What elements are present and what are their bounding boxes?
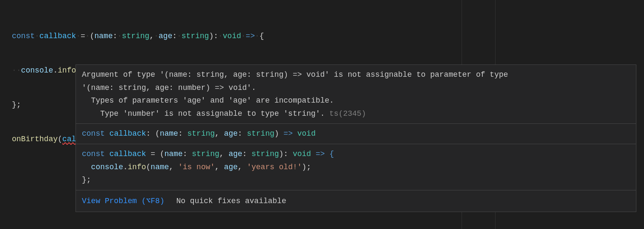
punctuation: }; bbox=[12, 101, 21, 109]
string-literal: 'is now' bbox=[178, 163, 215, 171]
object: console bbox=[21, 66, 53, 75]
type: string bbox=[182, 32, 209, 40]
error-text: Type 'number' is not assignable to type … bbox=[82, 109, 325, 118]
parameter: name bbox=[95, 32, 113, 40]
type: string bbox=[247, 129, 274, 138]
punctuation: , bbox=[238, 163, 247, 171]
type: string bbox=[122, 32, 149, 40]
punctuation: , bbox=[215, 163, 224, 171]
error-text: Argument of type '(name: string, age: st… bbox=[82, 70, 512, 79]
error-code: ts(2345) bbox=[325, 109, 366, 118]
definition-preview: const callback = (name: string, age: str… bbox=[76, 144, 636, 190]
space bbox=[105, 150, 109, 158]
punctuation: , bbox=[219, 150, 229, 158]
string-literal: 'years old!' bbox=[247, 163, 302, 171]
punctuation: ): bbox=[279, 150, 293, 158]
hover-tooltip[interactable]: Argument of type '(name: string, age: st… bbox=[76, 64, 636, 212]
punctuation: : bbox=[183, 150, 192, 158]
punctuation: ) bbox=[274, 129, 284, 138]
variable: callback bbox=[39, 32, 76, 40]
punctuation: ( bbox=[146, 163, 151, 171]
punctuation: : ( bbox=[146, 129, 160, 138]
punctuation: . bbox=[53, 66, 58, 75]
error-text: '(name: string, age: number) => void'. bbox=[82, 84, 256, 92]
punctuation: , bbox=[169, 163, 178, 171]
parameter: age bbox=[159, 32, 172, 40]
type-signature: const callback: (name: string, age: stri… bbox=[76, 124, 636, 144]
function-call: onBirthday bbox=[12, 135, 58, 143]
punctuation: . bbox=[123, 163, 128, 171]
object: console bbox=[91, 163, 123, 171]
punctuation: }; bbox=[82, 176, 91, 184]
type: void bbox=[293, 150, 311, 158]
indent bbox=[82, 163, 91, 171]
method: info bbox=[58, 66, 76, 75]
keyword: const bbox=[12, 32, 35, 40]
view-problem-link[interactable]: View Problem (⌥F8) bbox=[82, 195, 164, 208]
method: info bbox=[128, 163, 146, 171]
type: string bbox=[252, 150, 279, 158]
parameter: name bbox=[164, 150, 182, 158]
type: void bbox=[223, 32, 241, 40]
parameter: age bbox=[229, 150, 242, 158]
punctuation: : bbox=[242, 150, 252, 158]
keyword: const bbox=[82, 129, 105, 138]
punctuation: ); bbox=[302, 163, 311, 171]
hover-footer: View Problem (⌥F8) No quick fixes availa… bbox=[76, 190, 636, 212]
parameter: name bbox=[160, 129, 178, 138]
argument: name bbox=[151, 163, 169, 171]
error-text: Types of parameters 'age' and 'age' are … bbox=[82, 96, 334, 105]
type: void bbox=[297, 129, 316, 138]
type: string bbox=[192, 150, 219, 158]
no-quick-fixes-label: No quick fixes available bbox=[176, 195, 286, 208]
error-message: Argument of type '(name: string, age: st… bbox=[76, 65, 636, 124]
keyword: const bbox=[82, 150, 105, 158]
code-line: const·callback·=·(name:·string,·age:·str… bbox=[12, 31, 644, 42]
punctuation: = ( bbox=[146, 150, 164, 158]
punctuation: , bbox=[215, 129, 224, 138]
argument: age bbox=[224, 163, 238, 171]
punctuation: : bbox=[238, 129, 247, 138]
arrow: => bbox=[283, 129, 293, 138]
variable: callback bbox=[109, 129, 146, 138]
arrow: => { bbox=[311, 150, 334, 158]
space bbox=[105, 129, 109, 138]
space bbox=[293, 129, 297, 138]
parameter: age bbox=[224, 129, 238, 138]
variable: callback bbox=[109, 150, 146, 158]
type: string bbox=[187, 129, 215, 138]
punctuation: : bbox=[178, 129, 188, 138]
punctuation: ( bbox=[58, 135, 62, 143]
